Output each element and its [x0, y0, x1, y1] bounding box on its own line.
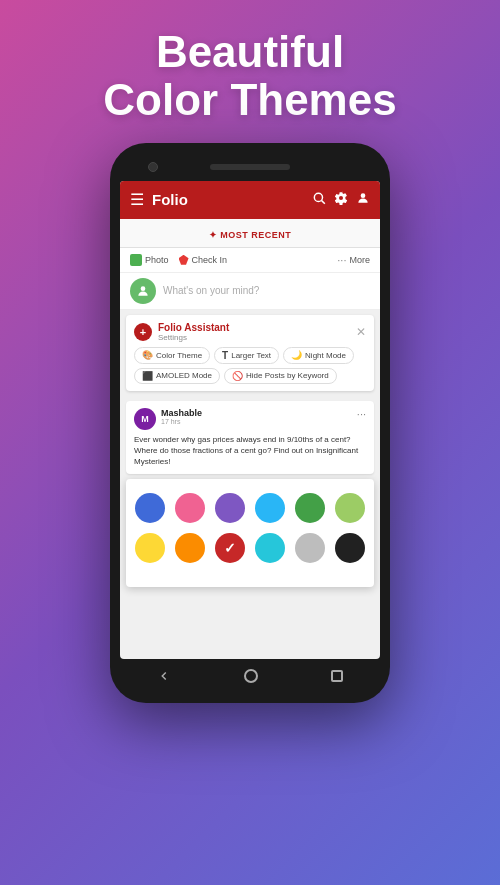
color-blue[interactable]: [135, 493, 165, 523]
chips-row: 🎨 Color Theme T Larger Text 🌙 Night Mode…: [134, 347, 366, 384]
assistant-title-row: + Folio Assistant Settings: [134, 322, 229, 342]
phone-speaker: [210, 164, 290, 170]
assistant-name: Folio Assistant: [158, 322, 229, 333]
chip-color-theme-label: Color Theme: [156, 351, 202, 360]
feed-meta: Mashable 17 hrs: [161, 408, 357, 425]
assistant-icon: +: [134, 323, 152, 341]
assistant-info: Folio Assistant Settings: [158, 322, 229, 342]
nav-recents-button[interactable]: [331, 670, 343, 682]
checkin-action[interactable]: Check In: [179, 255, 228, 265]
assistant-card: + Folio Assistant Settings ✕ 🎨 Color The…: [126, 315, 374, 391]
more-dots-icon: ···: [337, 254, 346, 266]
phone-camera: [148, 162, 158, 172]
close-button[interactable]: ✕: [356, 325, 366, 339]
checkin-label: Check In: [192, 255, 228, 265]
mashable-avatar: M: [134, 408, 156, 430]
photo-label: Photo: [145, 255, 169, 265]
app-title: Folio: [152, 191, 312, 208]
assistant-sub: Settings: [158, 333, 229, 342]
svg-point-0: [314, 194, 322, 202]
feed-text: Ever wonder why gas prices always end in…: [134, 434, 366, 468]
chip-hide-posts[interactable]: 🚫 Hide Posts by Keyword: [224, 368, 337, 384]
feed-source: Mashable: [161, 408, 357, 418]
hide-posts-icon: 🚫: [232, 371, 243, 381]
hero-title: Beautiful Color Themes: [103, 28, 396, 125]
svg-point-3: [141, 286, 146, 291]
feed-post-header: M Mashable 17 hrs ···: [134, 408, 366, 430]
color-cyan[interactable]: [255, 533, 285, 563]
svg-point-2: [361, 194, 366, 199]
feed-post: M Mashable 17 hrs ··· Ever wonder why ga…: [126, 401, 374, 475]
color-row-1: [136, 493, 364, 523]
color-lime[interactable]: [335, 493, 365, 523]
more-action[interactable]: ··· More: [337, 254, 370, 266]
app-bar-icons: [312, 191, 370, 208]
status-placeholder: What's on your mind?: [163, 285, 259, 296]
night-mode-icon: 🌙: [291, 350, 302, 360]
feed-time: 17 hrs: [161, 418, 357, 425]
user-avatar: [130, 278, 156, 304]
svg-line-1: [322, 201, 325, 204]
color-orange[interactable]: [175, 533, 205, 563]
phone-mockup: ☰ Folio ✦ Most Recent Photo: [110, 143, 390, 703]
color-picker-panel: [126, 479, 374, 587]
feed-more-icon[interactable]: ···: [357, 408, 366, 420]
amoled-icon: ⬛: [142, 371, 153, 381]
photo-action[interactable]: Photo: [130, 254, 169, 266]
hero-section: Beautiful Color Themes: [83, 0, 416, 125]
color-row-2: [136, 533, 364, 563]
most-recent-label: ✦ Most Recent: [209, 230, 292, 240]
color-red[interactable]: [215, 533, 245, 563]
chip-color-theme[interactable]: 🎨 Color Theme: [134, 347, 210, 364]
chip-amoled-mode[interactable]: ⬛ AMOLED Mode: [134, 368, 220, 384]
color-black[interactable]: [335, 533, 365, 563]
chip-hide-posts-label: Hide Posts by Keyword: [246, 371, 329, 380]
checkin-icon: [179, 255, 189, 265]
chip-larger-text-label: Larger Text: [231, 351, 271, 360]
assistant-header: + Folio Assistant Settings ✕: [134, 322, 366, 342]
account-icon[interactable]: [356, 191, 370, 208]
color-pink[interactable]: [175, 493, 205, 523]
status-input-row[interactable]: What's on your mind?: [120, 273, 380, 310]
photo-icon: [130, 254, 142, 266]
search-icon[interactable]: [312, 191, 326, 208]
phone-top-bar: [120, 153, 380, 181]
chip-night-mode[interactable]: 🌙 Night Mode: [283, 347, 354, 364]
menu-icon[interactable]: ☰: [130, 190, 144, 209]
settings-icon[interactable]: [334, 191, 348, 208]
nav-back-button[interactable]: [157, 669, 171, 683]
app-bar: ☰ Folio: [120, 181, 380, 219]
chip-night-mode-label: Night Mode: [305, 351, 346, 360]
phone-bottom-nav: [120, 659, 380, 693]
chip-larger-text[interactable]: T Larger Text: [214, 347, 279, 364]
phone-screen: ☰ Folio ✦ Most Recent Photo: [120, 181, 380, 659]
most-recent-bar: ✦ Most Recent: [120, 219, 380, 248]
more-label: More: [349, 255, 370, 265]
color-green[interactable]: [295, 493, 325, 523]
color-grey[interactable]: [295, 533, 325, 563]
color-light-blue[interactable]: [255, 493, 285, 523]
nav-home-button[interactable]: [244, 669, 258, 683]
larger-text-icon: T: [222, 350, 228, 361]
color-yellow[interactable]: [135, 533, 165, 563]
color-purple[interactable]: [215, 493, 245, 523]
chip-amoled-label: AMOLED Mode: [156, 371, 212, 380]
post-actions-row: Photo Check In ··· More: [120, 248, 380, 273]
color-theme-icon: 🎨: [142, 350, 153, 360]
